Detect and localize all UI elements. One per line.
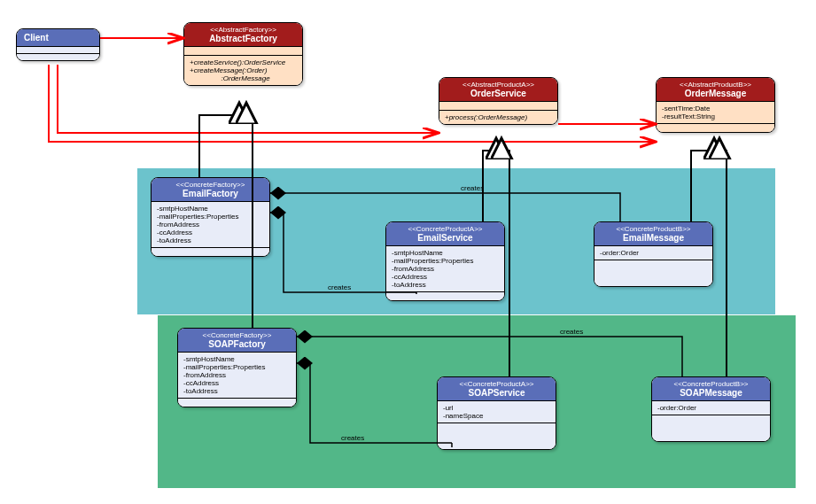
order-service-stereo: <<AbstractProductA>>	[445, 81, 552, 89]
soap-message-stereo: <<ConcreteProductB>>	[657, 380, 765, 388]
order-service-name: OrderService	[445, 89, 552, 98]
soap-service-attrs: -url -nameSpace	[438, 400, 556, 423]
soap-factory-attrs: -smtpHostName -mailProperties:Properties…	[178, 352, 296, 398]
abstract-factory-stereo: <<AbstractFactory>>	[190, 26, 297, 34]
email-factory-attrs: -smtpHostName -mailProperties:Properties…	[152, 201, 269, 247]
order-message-name: OrderMessage	[662, 89, 769, 98]
order-service-ops: +process(:OrderMessage)	[439, 110, 557, 124]
email-service-name: EmailService	[392, 233, 499, 243]
email-message-class: <<ConcreteProductB>> EmailMessage -order…	[594, 221, 713, 287]
creates-label-3: creates	[560, 328, 583, 336]
soap-service-class: <<ConcreteProductA>> SOAPService -url -n…	[437, 376, 556, 450]
abstract-factory-name: AbstractFactory	[190, 34, 297, 43]
soap-service-stereo: <<ConcreteProductA>>	[443, 380, 550, 388]
email-service-stereo: <<ConcreteProductA>>	[392, 225, 499, 233]
abstract-factory-ops: +createService():OrderService +createMes…	[184, 55, 302, 85]
client-name: Client	[17, 29, 99, 46]
creates-label-1: creates	[461, 184, 484, 192]
order-service-class: <<AbstractProductA>> OrderService +proce…	[439, 77, 558, 125]
soap-message-attrs: -order:Order	[652, 400, 770, 415]
creates-label-4: creates	[341, 434, 364, 442]
order-message-stereo: <<AbstractProductB>>	[662, 81, 769, 89]
soap-factory-class: <<ConcreteFactory>> SOAPFactory -smtpHos…	[177, 328, 297, 407]
client-class: Client	[16, 28, 100, 61]
order-message-class: <<AbstractProductB>> OrderMessage -sentT…	[656, 77, 775, 133]
email-message-stereo: <<ConcreteProductB>>	[600, 225, 707, 233]
email-factory-name: EmailFactory	[157, 189, 264, 198]
email-service-attrs: -smtpHostName -mailProperties:Properties…	[386, 245, 504, 291]
abstract-factory-class: <<AbstractFactory>> AbstractFactory +cre…	[183, 22, 303, 86]
soap-factory-stereo: <<ConcreteFactory>>	[183, 331, 291, 339]
soap-message-class: <<ConcreteProductB>> SOAPMessage -order:…	[651, 376, 771, 442]
creates-label-2: creates	[328, 283, 351, 291]
email-factory-stereo: <<ConcreteFactory>>	[157, 181, 264, 189]
soap-service-name: SOAPService	[443, 388, 550, 398]
email-message-name: EmailMessage	[600, 233, 707, 243]
email-factory-class: <<ConcreteFactory>> EmailFactory -smtpHo…	[151, 177, 270, 257]
order-message-attrs: -sentTime:Date -resultText:String	[657, 101, 774, 123]
soap-message-name: SOAPMessage	[657, 388, 765, 398]
email-service-class: <<ConcreteProductA>> EmailService -smtpH…	[385, 221, 505, 301]
soap-factory-name: SOAPFactory	[183, 339, 291, 349]
email-message-attrs: -order:Order	[595, 245, 712, 260]
